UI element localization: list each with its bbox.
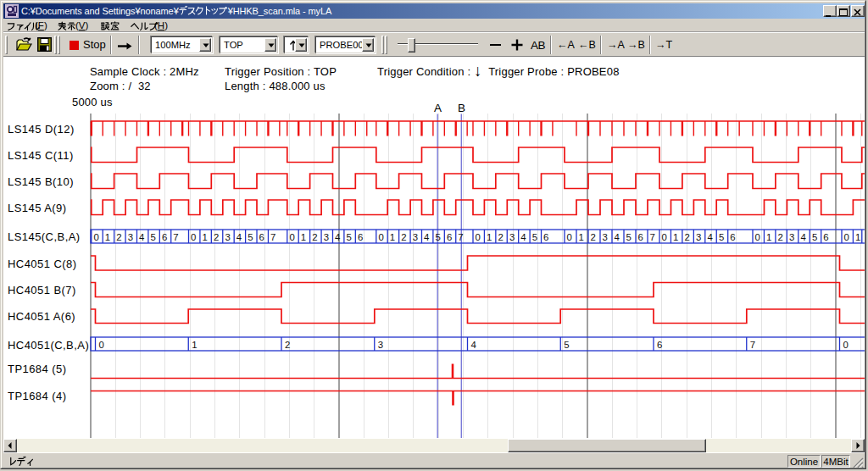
svg-text:(V): (V) — [75, 20, 89, 30]
svg-text:(F): (F) — [35, 20, 47, 30]
svg-text:(H): (H) — [154, 20, 168, 30]
